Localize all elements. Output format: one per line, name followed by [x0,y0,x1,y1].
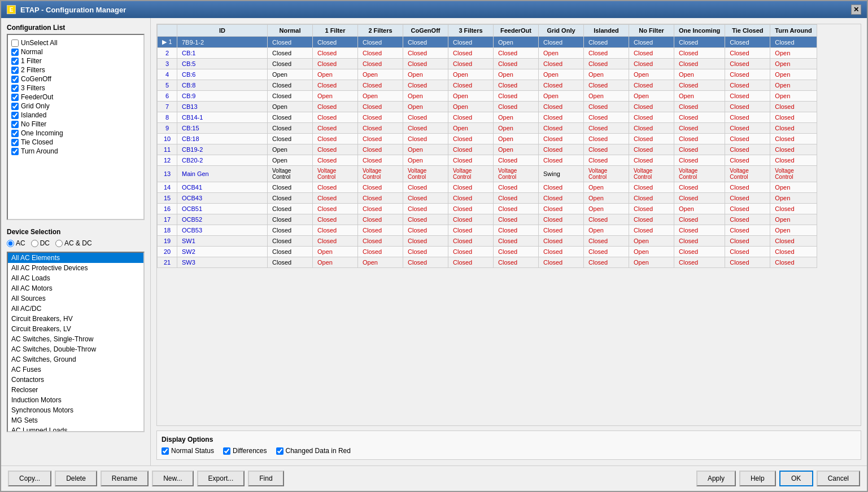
radio-acdc-input[interactable] [55,240,63,247]
header-tieclosed[interactable]: Tie Closed [725,25,770,37]
radio-acdc[interactable]: AC & DC [55,239,92,247]
device-item-mg[interactable]: MG Sets [8,415,143,425]
header-nofilter[interactable]: No Filter [629,25,674,37]
table-row[interactable]: 17OCB52ClosedClosedClosedClosedClosedClo… [158,214,817,225]
config-islanded[interactable]: Islanded [11,111,140,120]
config-oneincoming[interactable]: One Incoming [11,129,140,138]
config-islanded-checkbox[interactable] [11,112,19,119]
device-item-induction[interactable]: Induction Motors [8,395,143,405]
device-item-recloser[interactable]: Recloser [8,385,143,395]
config-tieclosed-checkbox[interactable] [11,139,19,146]
table-row[interactable]: 10CB:18ClosedClosedClosedClosedClosedOpe… [158,134,817,144]
header-id[interactable]: ID [177,25,268,37]
copy-button[interactable]: Copy... [8,471,51,486]
table-row[interactable]: 13Main GenVoltage ControlVoltage Control… [158,166,817,182]
config-nofilter[interactable]: No Filter [11,120,140,129]
table-row[interactable]: ▶ 17B9-1-2ClosedClosedClosedClosedClosed… [158,37,817,48]
config-feederout-checkbox[interactable] [11,94,19,101]
changed-data-option[interactable]: Changed Data in Red [276,447,351,455]
device-item-sw-single[interactable]: AC Switches, Single-Throw [8,334,143,344]
table-row[interactable]: 14OCB41ClosedClosedClosedClosedClosedClo… [158,182,817,193]
header-feederout[interactable]: FeederOut [494,25,539,37]
help-button[interactable]: Help [739,471,776,486]
table-row[interactable]: 11CB19-2OpenClosedClosedOpenClosedOpenCl… [158,144,817,155]
device-item-fuses[interactable]: AC Fuses [8,364,143,375]
header-cogenoff[interactable]: CoGenOff [403,25,448,37]
close-button[interactable]: ✕ [851,5,861,15]
config-turnaround-checkbox[interactable] [11,148,19,155]
device-item-sw-double[interactable]: AC Switches, Double-Throw [8,344,143,354]
device-item-cb-hv[interactable]: Circuit Breakers, HV [8,314,143,324]
device-item-sw-ground[interactable]: AC Switches, Ground [8,354,143,364]
config-2filters-checkbox[interactable] [11,67,19,74]
unselect-all-item[interactable]: UnSelect All [11,38,140,47]
device-item-contactors[interactable]: Contactors [8,375,143,385]
table-row[interactable]: 16OCB51ClosedClosedClosedClosedClosedClo… [158,204,817,214]
config-3filters-checkbox[interactable] [11,85,19,92]
rename-button[interactable]: Rename [101,471,149,486]
ok-button[interactable]: OK [779,471,813,486]
config-cogenoff[interactable]: CoGenOff [11,74,140,84]
table-row[interactable]: 7CB13OpenClosedClosedOpenOpenClosedClose… [158,102,817,112]
table-row[interactable]: 5CB:8ClosedClosedClosedClosedClosedClose… [158,80,817,91]
differences-checkbox[interactable] [223,447,230,455]
device-item-acdc[interactable]: All AC/DC [8,304,143,314]
header-normal[interactable]: Normal [268,25,313,37]
table-row[interactable]: 2CB:1ClosedClosedClosedClosedClosedClose… [158,48,817,59]
device-item-all-ac[interactable]: All AC Elements [8,253,143,263]
header-gridonly[interactable]: Grid Only [539,25,584,37]
config-3filters[interactable]: 3 Filters [11,84,140,93]
config-feederout[interactable]: FeederOut [11,93,140,102]
table-row[interactable]: 12CB20-2OpenClosedClosedOpenClosedClosed… [158,155,817,166]
radio-ac[interactable]: AC [7,239,25,247]
config-nofilter-checkbox[interactable] [11,121,19,128]
device-item-lumped[interactable]: AC Lumped Loads [8,425,143,432]
device-item-protective[interactable]: All AC Protective Devices [8,263,143,273]
cancel-button[interactable]: Cancel [817,471,860,486]
table-row[interactable]: 18OCB53ClosedClosedClosedClosedClosedClo… [158,225,817,236]
device-item-sync[interactable]: Synchronous Motors [8,405,143,415]
unselect-all-checkbox[interactable] [11,39,19,47]
normal-status-checkbox[interactable] [162,447,169,455]
export-button[interactable]: Export... [197,471,245,486]
table-container[interactable]: ID Normal 1 Filter 2 Filters CoGenOff 3 … [156,24,861,426]
config-1filter[interactable]: 1 Filter [11,56,140,65]
apply-button[interactable]: Apply [696,471,736,486]
header-3filters[interactable]: 3 Filters [448,25,494,37]
header-turnaround[interactable]: Turn Around [770,25,817,37]
table-row[interactable]: 8CB14-1ClosedClosedClosedClosedClosedOpe… [158,112,817,123]
table-row[interactable]: 21SW3ClosedOpenOpenClosedClosedClosedClo… [158,257,817,268]
changed-data-checkbox[interactable] [276,447,283,455]
radio-dc-input[interactable] [31,240,38,247]
delete-button[interactable]: Delete [55,471,97,486]
header-oneincoming[interactable]: One Incoming [674,25,725,37]
header-2filters[interactable]: 2 Filters [358,25,403,37]
header-1filter[interactable]: 1 Filter [313,25,358,37]
differences-option[interactable]: Differences [223,447,267,455]
table-row[interactable]: 15OCB43ClosedClosedClosedClosedClosedClo… [158,193,817,204]
device-item-cb-lv[interactable]: Circuit Breakers, LV [8,324,143,334]
radio-ac-input[interactable] [7,240,14,247]
table-row[interactable]: 19SW1ClosedClosedClosedClosedClosedClose… [158,236,817,247]
config-oneincoming-checkbox[interactable] [11,130,19,137]
config-gridonly[interactable]: Grid Only [11,102,140,111]
table-row[interactable]: 6CB:9ClosedOpenOpenOpenOpenClosedOpenOpe… [158,91,817,102]
config-tieclosed[interactable]: Tie Closed [11,138,140,147]
config-gridonly-checkbox[interactable] [11,103,19,110]
table-row[interactable]: 4CB:6OpenOpenOpenOpenOpenOpenOpenOpenOpe… [158,69,817,80]
radio-dc[interactable]: DC [31,239,50,247]
header-islanded[interactable]: Islanded [584,25,629,37]
table-row[interactable]: 3CB:5ClosedClosedClosedClosedClosedClose… [158,59,817,69]
table-row[interactable]: 9CB:15ClosedClosedClosedClosedOpenOpenCl… [158,123,817,134]
device-item-loads[interactable]: All AC Loads [8,273,143,283]
device-item-motors[interactable]: All AC Motors [8,283,143,293]
normal-status-option[interactable]: Normal Status [162,447,214,455]
table-row[interactable]: 20SW2ClosedOpenClosedClosedClosedClosedC… [158,247,817,257]
config-cogenoff-checkbox[interactable] [11,76,19,83]
config-normal[interactable]: Normal [11,47,140,56]
new-button[interactable]: New... [152,471,193,486]
config-normal-checkbox[interactable] [11,49,19,56]
device-item-sources[interactable]: All Sources [8,293,143,304]
config-2filters[interactable]: 2 Filters [11,65,140,74]
find-button[interactable]: Find [248,471,283,486]
